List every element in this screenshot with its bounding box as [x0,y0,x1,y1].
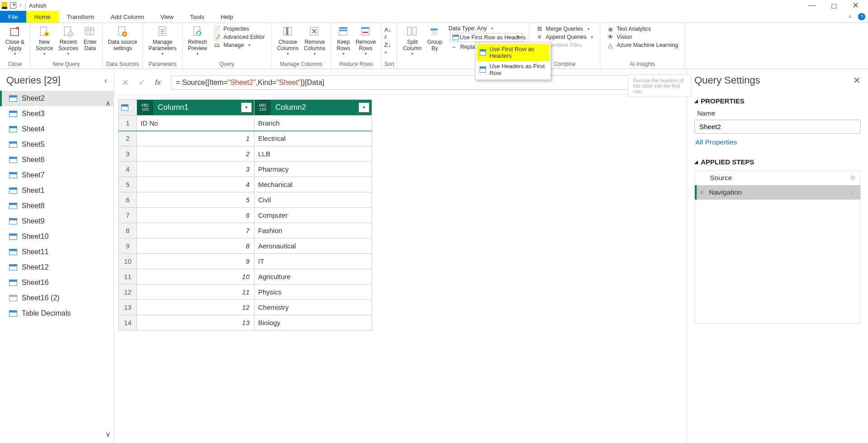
text-analytics-button[interactable]: ≣Text Analytics [605,25,680,33]
row-number[interactable]: 6 [119,192,137,208]
tab-transform[interactable]: Transform [59,11,103,23]
split-column-button[interactable]: Split Column ▼ [400,24,424,57]
cell[interactable]: Chemistry [255,300,372,315]
row-number[interactable]: 3 [119,146,137,162]
query-item[interactable]: Sheet9 [0,214,113,229]
cell[interactable]: ID No [137,116,255,131]
sort-desc-button[interactable]: Z↓A [384,42,391,55]
collapse-queries-icon[interactable]: ‹ [104,76,107,85]
query-item[interactable]: Sheet3 [0,106,113,121]
gear-icon[interactable]: ⚙ [850,189,856,196]
query-item[interactable]: Sheet4 [0,121,113,137]
row-number[interactable]: 4 [119,162,137,177]
type-icon[interactable]: ABC123 [255,100,271,115]
query-item[interactable]: Sheet2 [0,91,113,106]
row-number[interactable]: 9 [119,238,137,254]
help-icon[interactable]: ? [858,13,865,20]
fx-icon[interactable]: fx [151,76,165,89]
applied-step[interactable]: Source⚙ [695,171,860,185]
tab-help[interactable]: Help [212,11,241,23]
cell[interactable]: LLB [255,146,372,162]
group-by-button[interactable]: Group By [425,24,445,53]
collapse-icon[interactable]: ◢ [694,98,698,103]
gear-icon[interactable]: ⚙ [850,174,856,182]
scroll-down-icon[interactable]: ∨ [105,430,111,438]
minimize-button[interactable]: — [805,1,819,9]
cancel-formula-button[interactable]: ✕ [118,76,132,89]
data-source-settings-button[interactable]: Data source settings [105,24,140,53]
cell[interactable]: Pharmacy [255,162,372,177]
row-number[interactable]: 5 [119,177,137,192]
enter-data-button[interactable]: Enter Data [81,24,99,53]
query-item[interactable]: Table Decimals [0,306,113,321]
query-item[interactable]: Sheet1 [0,183,113,198]
cell[interactable]: 12 [137,300,255,315]
cell[interactable]: 6 [137,208,255,223]
cell[interactable]: Civil [255,192,372,208]
query-name-input[interactable] [694,120,861,134]
query-item[interactable]: Sheet11 [0,244,113,260]
save-icon[interactable] [10,2,16,9]
query-item[interactable]: Sheet12 [0,260,113,275]
query-item[interactable]: Sheet6 [0,152,113,168]
filter-button[interactable]: ▼ [359,103,369,112]
row-number[interactable]: 11 [119,269,137,284]
row-number[interactable]: 12 [119,284,137,300]
new-source-button[interactable]: New Source ▼ [33,24,56,57]
close-settings-icon[interactable]: ✕ [853,75,861,86]
close-apply-button[interactable]: Close & Apply ▼ [3,24,27,57]
cell[interactable]: 7 [137,223,255,238]
cell[interactable]: 1 [137,131,255,146]
tab-home[interactable]: Home [26,11,59,23]
query-item[interactable]: Sheet16 (2) [0,290,113,306]
all-properties-link[interactable]: All Properties [694,134,861,148]
use-first-row-headers-button[interactable]: Use First Row as Headers ▼ [448,33,524,42]
cell[interactable]: 13 [137,315,255,331]
cell[interactable]: 11 [137,284,255,300]
query-item[interactable]: Sheet16 [0,275,113,290]
query-item[interactable]: Sheet7 [0,168,113,183]
query-item[interactable]: Sheet5 [0,137,113,152]
tab-file[interactable]: File [0,11,26,23]
cell[interactable]: 4 [137,177,255,192]
choose-columns-button[interactable]: Choose Columns ▼ [274,24,301,57]
tab-tools[interactable]: Tools [182,11,212,23]
row-number[interactable]: 7 [119,208,137,223]
column-header[interactable]: ABC123Column1▼ [137,100,255,116]
row-number[interactable]: 1 [119,116,137,131]
cell[interactable]: Biology [255,315,372,331]
properties-button[interactable]: 📄Properties [212,25,267,33]
maximize-button[interactable]: ◻ [827,1,840,10]
row-number[interactable]: 14 [119,315,137,331]
keep-rows-button[interactable]: Keep Rows ▼ [334,24,353,57]
azure-ml-button[interactable]: △Azure Machine Learning [605,42,680,49]
column-header[interactable]: ABC123Column2▼ [255,100,372,116]
cell[interactable]: 5 [137,192,255,208]
cell[interactable]: Computer [255,208,372,223]
collapse-icon[interactable]: ◢ [694,159,698,164]
row-number[interactable]: 13 [119,300,137,315]
cell[interactable]: Electrical [255,131,372,146]
data-type-select[interactable]: Data Type: Any▼ [448,25,524,32]
remove-rows-button[interactable]: Remove Rows ▼ [353,24,379,57]
delete-step-icon[interactable]: ✕ [699,189,704,196]
menu-use-first-row-as-headers[interactable]: Use First Row as Headers [477,44,549,61]
scroll-up-icon[interactable]: ∧ [105,99,111,107]
query-item[interactable]: Sheet10 [0,229,113,244]
tab-view[interactable]: View [152,11,182,23]
type-icon[interactable]: ABC123 [137,100,153,115]
formula-input[interactable]: = Source{[Item="Sheet2",Kind="Sheet"]}[D… [171,75,682,90]
advanced-editor-button[interactable]: 📝Advanced Editor [212,33,267,41]
row-number[interactable]: 2 [119,131,137,146]
cell[interactable]: Mechanical [255,177,372,192]
cell[interactable]: 10 [137,269,255,284]
row-number[interactable]: 8 [119,223,137,238]
cell[interactable]: Aeronautical [255,238,372,254]
manage-parameters-button[interactable]: Manage Parameters ▼ [146,24,179,57]
cell[interactable]: Agriculture [255,269,372,284]
cell[interactable]: 3 [137,162,255,177]
commit-formula-button[interactable]: ✓ [135,76,148,89]
applied-step[interactable]: ✕Navigation⚙ [695,185,860,200]
recent-sources-button[interactable]: Recent Sources ▼ [56,24,81,57]
manage-button[interactable]: 🗂Manage▼ [212,42,267,49]
